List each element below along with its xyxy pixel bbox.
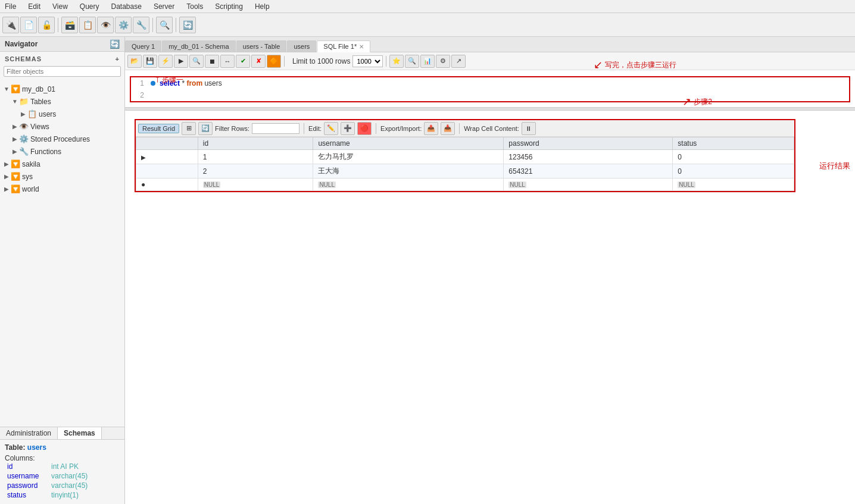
tab-users-table[interactable]: users - Table bbox=[236, 40, 287, 52]
tab-users[interactable]: users bbox=[287, 40, 316, 52]
row1-id: 1 bbox=[198, 150, 313, 164]
code-content-2 bbox=[149, 91, 849, 99]
tab-sql-file[interactable]: SQL File 1* ✕ bbox=[317, 40, 370, 52]
menu-server[interactable]: Server bbox=[151, 1, 177, 12]
info-section: Table: users Columns: idint AI PK userna… bbox=[0, 440, 124, 504]
table-row[interactable]: 2 王大海 654321 0 bbox=[136, 164, 794, 179]
execute-current-btn[interactable]: ▶ bbox=[174, 55, 188, 68]
col-status: statustinyint(1) bbox=[7, 491, 120, 499]
menu-tools[interactable]: Tools bbox=[184, 1, 205, 12]
code-line-1[interactable]: 1 select * from users bbox=[131, 77, 849, 89]
info-columns: idint AI PK usernamevarchar(45) password… bbox=[5, 462, 120, 499]
menu-scripting[interactable]: Scripting bbox=[213, 1, 245, 12]
table-btn[interactable]: 📋 bbox=[79, 17, 96, 33]
result-grid-btn[interactable]: Result Grid bbox=[138, 124, 179, 133]
tree-item-functions[interactable]: ▶ 🔧 Functions bbox=[0, 145, 124, 158]
result-header-row: id username password status bbox=[136, 137, 794, 150]
tree-item-stored-procedures[interactable]: ▶ ⚙️ Stored Procedures bbox=[0, 133, 124, 145]
right-content: Query 1 my_db_01 - Schema users - Table … bbox=[125, 37, 855, 504]
tree-item-sakila[interactable]: ▶ 🔽 sakila bbox=[0, 158, 124, 170]
kw-from: from bbox=[186, 79, 202, 87]
tree-item-users-table[interactable]: ▶ 📋 users bbox=[0, 108, 124, 120]
code-line-2[interactable]: 2 bbox=[131, 89, 849, 101]
navigator-refresh-icon[interactable]: 🔄 bbox=[110, 39, 120, 49]
editor-container: 📂 💾 ⚡ ▶ 🔍 ⏹ ↔ ✔ ✘ 🔶 Limit to 1000 rows 1… bbox=[125, 52, 855, 504]
format-btn[interactable]: 🔶 bbox=[267, 55, 281, 68]
administration-tab[interactable]: Administration bbox=[0, 427, 58, 439]
tree-item-tables[interactable]: ▼ 📁 Tables bbox=[0, 95, 124, 108]
toggle-btn[interactable]: ↔ bbox=[220, 55, 235, 68]
info-table-link[interactable]: users bbox=[27, 443, 46, 452]
explain-btn[interactable]: 🔍 bbox=[189, 55, 204, 68]
new-query-btn[interactable]: 📄 bbox=[20, 17, 37, 33]
tree-item-views[interactable]: ▶ 👁️ Views bbox=[0, 120, 124, 133]
execute-btn[interactable]: ⚡ bbox=[158, 55, 173, 68]
filter-rows-input[interactable] bbox=[252, 123, 299, 134]
tab-close-icon[interactable]: ✕ bbox=[359, 43, 364, 50]
export-btn[interactable]: 📤 bbox=[424, 122, 438, 135]
tree-item-my-db-01[interactable]: ▼ 🔽 my_db_01 bbox=[0, 83, 124, 95]
row2-id: 2 bbox=[198, 164, 313, 179]
commit-btn[interactable]: ✔ bbox=[236, 55, 250, 68]
export-import-label: Export/Import: bbox=[380, 125, 422, 132]
nav-bottom-tabs: Administration Schemas Table: users Colu… bbox=[0, 427, 124, 504]
filter-input[interactable] bbox=[4, 66, 121, 77]
wrap-btn[interactable]: ⏸ bbox=[522, 122, 536, 135]
tree-label-sakila: sakila bbox=[22, 160, 40, 168]
filter-box bbox=[4, 66, 121, 77]
col-header-id: id bbox=[198, 137, 313, 150]
edit-label: Edit: bbox=[308, 125, 322, 132]
columns-label: Columns: bbox=[5, 454, 120, 462]
refresh-btn[interactable]: 🔄 bbox=[198, 122, 213, 135]
row1-status: 0 bbox=[673, 150, 794, 164]
schema-btn[interactable]: 🗃️ bbox=[61, 17, 78, 33]
new-conn-btn[interactable]: 🔌 bbox=[2, 17, 19, 33]
tab-schema[interactable]: my_db_01 - Schema bbox=[162, 40, 236, 52]
schemas-add-icon[interactable]: + bbox=[116, 55, 120, 62]
tab-bar: Query 1 my_db_01 - Schema users - Table … bbox=[125, 37, 855, 52]
menu-file[interactable]: File bbox=[2, 1, 18, 12]
stop-btn[interactable]: ⏹ bbox=[205, 55, 219, 68]
inspector-btn[interactable]: 📊 bbox=[420, 55, 435, 68]
sp-btn[interactable]: ⚙️ bbox=[115, 17, 132, 33]
import-btn[interactable]: 📥 bbox=[441, 122, 455, 135]
search-btn[interactable]: 🔍 bbox=[156, 17, 173, 33]
tree-item-sys[interactable]: ▶ 🔽 sys bbox=[0, 170, 124, 183]
find-btn[interactable]: 🔍 bbox=[405, 55, 419, 68]
edit-btn[interactable]: ✏️ bbox=[324, 122, 338, 135]
bottom-tabs-bar: Administration Schemas bbox=[0, 427, 124, 440]
tree-label-stored-procedures: Stored Procedures bbox=[30, 135, 90, 143]
view-btn[interactable]: 👁️ bbox=[97, 17, 114, 33]
null-id: NULL bbox=[198, 179, 313, 191]
open-btn[interactable]: 🔓 bbox=[38, 17, 55, 33]
menu-query[interactable]: Query bbox=[77, 1, 102, 12]
col-header-password: password bbox=[504, 137, 673, 150]
navigator-panel: Navigator 🔄 SCHEMAS + ▼ 🔽 my_db_01 bbox=[0, 37, 125, 504]
reconnect-btn[interactable]: 🔄 bbox=[179, 17, 196, 33]
limit-select: Limit to 1000 rows 1000 bbox=[292, 55, 383, 67]
table-row-null[interactable]: ● NULL NULL NULL NULL bbox=[136, 179, 794, 191]
bookmark-btn[interactable]: ⭐ bbox=[389, 55, 404, 68]
open-file-btn[interactable]: 📂 bbox=[127, 55, 142, 68]
save-btn[interactable]: 💾 bbox=[143, 55, 157, 68]
tree-label-tables: Tables bbox=[30, 98, 51, 106]
schemas-tab[interactable]: Schemas bbox=[58, 427, 102, 439]
tree-item-world[interactable]: ▶ 🔽 world bbox=[0, 183, 124, 195]
menu-database[interactable]: Database bbox=[109, 1, 144, 12]
export-btn[interactable]: ↗ bbox=[451, 55, 466, 68]
func-btn[interactable]: 🔧 bbox=[133, 17, 149, 33]
limit-select-input[interactable]: 1000 bbox=[352, 55, 383, 67]
del-row-btn[interactable]: 🔴 bbox=[357, 122, 372, 135]
rollback-btn[interactable]: ✘ bbox=[251, 55, 266, 68]
row2-arrow bbox=[136, 164, 198, 179]
grid-view-btn[interactable]: ⊞ bbox=[182, 122, 196, 135]
settings-btn[interactable]: ⚙ bbox=[436, 55, 450, 68]
table-row[interactable]: ▶ 1 乞力马扎罗 123456 0 bbox=[136, 150, 794, 164]
row1-password: 123456 bbox=[504, 150, 673, 164]
tab-query1[interactable]: Query 1 bbox=[125, 40, 161, 52]
menu-view[interactable]: View bbox=[50, 1, 70, 12]
tree-label-views: Views bbox=[30, 123, 49, 131]
menu-help[interactable]: Help bbox=[252, 1, 272, 12]
add-row-btn[interactable]: ➕ bbox=[341, 122, 355, 135]
menu-edit[interactable]: Edit bbox=[26, 1, 43, 12]
